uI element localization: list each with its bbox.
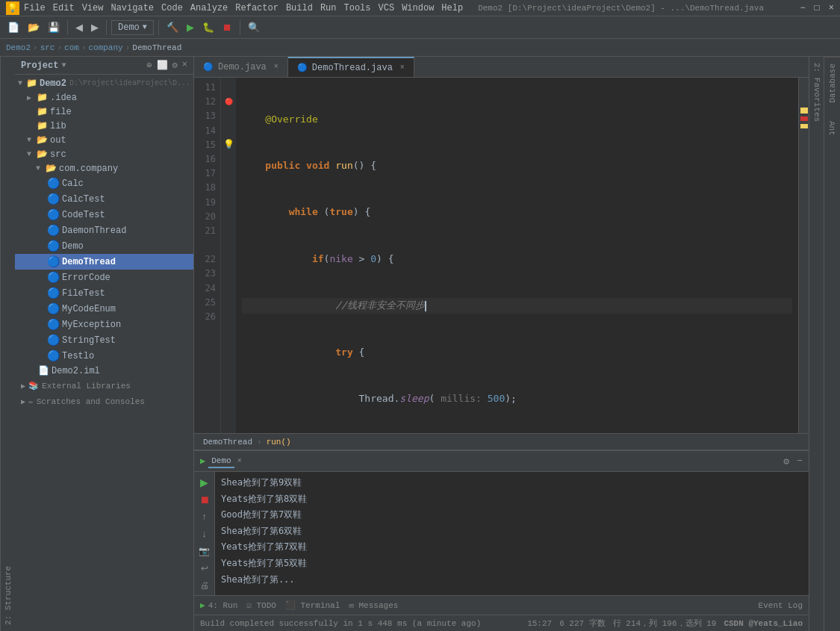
run-settings-icon[interactable]: ⚙ xyxy=(783,456,789,467)
structure-panel-strip[interactable]: 2: Structure xyxy=(0,57,15,631)
terminal-tab[interactable]: ⬛ Terminal xyxy=(285,600,340,610)
breadcrumb-demothread[interactable]: DemoThread xyxy=(132,43,181,52)
menu-help[interactable]: Help xyxy=(441,3,463,13)
menu-navigate[interactable]: Navigate xyxy=(111,3,154,13)
tree-item-stringtest[interactable]: 🔵 StringTest xyxy=(15,332,193,348)
tree-item-lib[interactable]: 📁 lib xyxy=(15,119,193,133)
menu-build[interactable]: Build xyxy=(286,3,313,13)
run-scroll-down[interactable]: ↓ xyxy=(196,526,213,541)
run-camera-button[interactable]: 📷 xyxy=(196,544,213,558)
tree-item-scratches[interactable]: ▶ ✏️ Scratches and Consoles xyxy=(15,394,193,409)
tree-item-myexception[interactable]: 🔵 MyException xyxy=(15,317,193,332)
tree-item-external-libs[interactable]: ▶ 📚 External Libraries xyxy=(15,378,193,394)
run-config[interactable]: Demo ▼ xyxy=(111,20,154,35)
code-editor[interactable]: @Override public void run() { while (tru… xyxy=(236,78,798,433)
todo-tab[interactable]: ☑ TODO xyxy=(246,600,276,610)
run-output[interactable]: Shea抢到了第9双鞋 Yeats抢到了第8双鞋 Good抢到了第7双鞋 She… xyxy=(215,472,809,595)
tree-item-com-company[interactable]: ▼ 📂 com.company xyxy=(15,161,193,175)
tree-item-demothread[interactable]: 🔵 DemoThread xyxy=(15,254,193,270)
run-minimize-icon[interactable]: − xyxy=(797,456,803,467)
database-panel-strip[interactable]: Database xyxy=(824,57,840,109)
event-log-link[interactable]: Event Log xyxy=(759,601,803,610)
editor-scrollbar[interactable] xyxy=(798,78,809,433)
new-button[interactable]: 📄 xyxy=(4,20,22,34)
project-expand-icon[interactable]: ⬜ xyxy=(157,60,168,71)
forward-button[interactable]: ▶ xyxy=(88,20,102,34)
run-wrap-button[interactable]: ↩ xyxy=(196,561,213,575)
project-close-icon[interactable]: × xyxy=(182,60,187,71)
project-panel-header: Project ▼ ⊕ ⬜ ⚙ × xyxy=(15,57,193,75)
tree-item-demo2iml[interactable]: 📄 Demo2.iml xyxy=(15,364,193,378)
code-line-11: @Override xyxy=(242,112,792,128)
run-button[interactable]: ▶ xyxy=(184,20,197,34)
menu-refactor[interactable]: Refactor xyxy=(235,3,279,13)
project-settings-icon[interactable]: ⚙ xyxy=(172,60,178,71)
code-breadcrumb-method[interactable]: run() xyxy=(267,438,291,447)
breadcrumb-company[interactable]: company xyxy=(88,43,122,52)
tab-demo-java[interactable]: 🔵 Demo.java × xyxy=(194,57,288,77)
tree-item-demo[interactable]: 🔵 Demo xyxy=(15,238,193,254)
tree-item-errorcode[interactable]: 🔵 ErrorCode xyxy=(15,270,193,285)
menu-analyze[interactable]: Analyze xyxy=(190,3,228,13)
tab-demothread-java[interactable]: 🔵 DemoThread.java × xyxy=(288,57,414,77)
breadcrumb-com[interactable]: com xyxy=(64,43,79,52)
menu-tools[interactable]: Tools xyxy=(344,3,371,13)
run-sidebar: ▶ ⏹ ↑ ↓ 📷 ↩ 🖨 xyxy=(194,472,215,595)
back-button[interactable]: ◀ xyxy=(72,20,86,34)
run-scroll-up[interactable]: ↑ xyxy=(196,509,213,523)
tree-item-calctest[interactable]: 🔵 CalcTest xyxy=(15,191,193,207)
project-dropdown-icon[interactable]: ▼ xyxy=(61,61,66,69)
tree-item-codetest[interactable]: 🔵 CodeTest xyxy=(15,207,193,223)
tree-item-file[interactable]: 📁 file xyxy=(15,105,193,119)
menu-code[interactable]: Code xyxy=(161,3,183,13)
run-indicator[interactable]: ▶ 4: Run xyxy=(200,600,237,610)
breadcrumb-demo2[interactable]: Demo2 xyxy=(6,43,31,52)
favorites-label: 2: Favorites xyxy=(812,63,821,122)
output-line-3: Good抢到了第7双鞋 xyxy=(221,507,803,523)
breadcrumb: Demo2 › src › com › company › DemoThread xyxy=(0,39,840,57)
tree-item-out[interactable]: ▼ 📂 out xyxy=(15,133,193,147)
debug-button[interactable]: 🐛 xyxy=(199,20,217,34)
stop-button[interactable]: ⏹ xyxy=(220,20,235,34)
project-locate-icon[interactable]: ⊕ xyxy=(146,60,152,71)
favorites-panel-strip[interactable]: 2: Favorites xyxy=(809,57,824,631)
open-button[interactable]: 📂 xyxy=(25,20,43,34)
tab-demothread-label: DemoThread.java xyxy=(312,63,393,73)
menu-window[interactable]: Window xyxy=(402,3,434,13)
tree-item-idea[interactable]: ▶ 📁 .idea xyxy=(15,90,193,105)
tree-item-src[interactable]: ▼ 📂 src xyxy=(15,147,193,161)
menu-view[interactable]: View xyxy=(82,3,104,13)
main-area: 2: Structure Project ▼ ⊕ ⬜ ⚙ × ▼ 📁 Demo2… xyxy=(0,57,840,631)
run-stop-button[interactable]: ⏹ xyxy=(196,492,213,506)
run-restart-button[interactable]: ▶ xyxy=(196,475,213,489)
maximize-button[interactable]: □ xyxy=(815,3,820,13)
tree-item-testlo[interactable]: 🔵 Testlo xyxy=(15,348,193,364)
messages-tab[interactable]: ✉ Messages xyxy=(349,600,398,610)
tab-demothread-close[interactable]: × xyxy=(400,63,405,72)
app-icon: 💡 xyxy=(6,1,19,15)
run-tab-close[interactable]: × xyxy=(237,457,242,465)
tree-item-mycodenum[interactable]: 🔵 MyCodeEnum xyxy=(15,301,193,317)
menu-edit[interactable]: Edit xyxy=(53,3,75,13)
tree-item-demo2[interactable]: ▼ 📁 Demo2 D:\Project\ideaProject\D... xyxy=(15,76,193,90)
minimize-button[interactable]: − xyxy=(800,3,805,13)
breadcrumb-sep3: › xyxy=(81,43,87,52)
save-button[interactable]: 💾 xyxy=(45,20,63,34)
tree-item-daemonthread[interactable]: 🔵 DaemonThread xyxy=(15,223,193,238)
menu-run[interactable]: Run xyxy=(320,3,337,13)
code-breadcrumb-class[interactable]: DemoThread xyxy=(203,438,252,447)
menu-vcs[interactable]: VCS xyxy=(379,3,395,13)
ant-panel-strip[interactable]: Ant xyxy=(824,115,840,142)
build-button[interactable]: 🔨 xyxy=(164,20,181,34)
tree-item-calc[interactable]: 🔵 Calc xyxy=(15,175,193,191)
bottom-toolbar: ▶ 4: Run ☑ TODO ⬛ Terminal ✉ Messages Ev… xyxy=(194,595,809,615)
search-button[interactable]: 🔍 xyxy=(245,20,263,34)
tree-item-filetest[interactable]: 🔵 FileTest xyxy=(15,285,193,301)
run-print-button[interactable]: 🖨 xyxy=(196,578,213,592)
breadcrumb-src[interactable]: src xyxy=(40,43,55,52)
close-button[interactable]: × xyxy=(829,3,834,13)
run-tab-label[interactable]: Demo xyxy=(208,455,234,468)
run-icon: ▶ xyxy=(200,456,205,467)
tab-demo-java-close[interactable]: × xyxy=(274,63,279,71)
menu-file[interactable]: File xyxy=(24,3,46,13)
